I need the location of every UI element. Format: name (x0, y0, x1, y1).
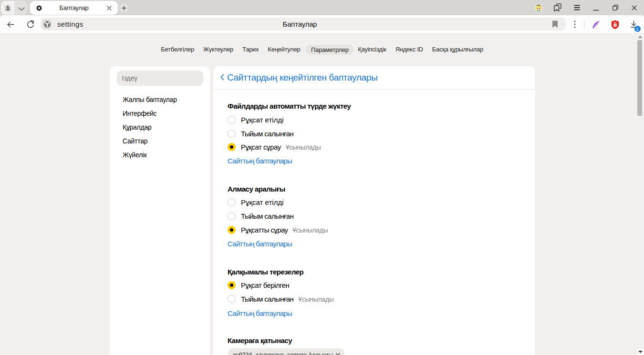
svg-text:1: 1 (6, 5, 10, 11)
